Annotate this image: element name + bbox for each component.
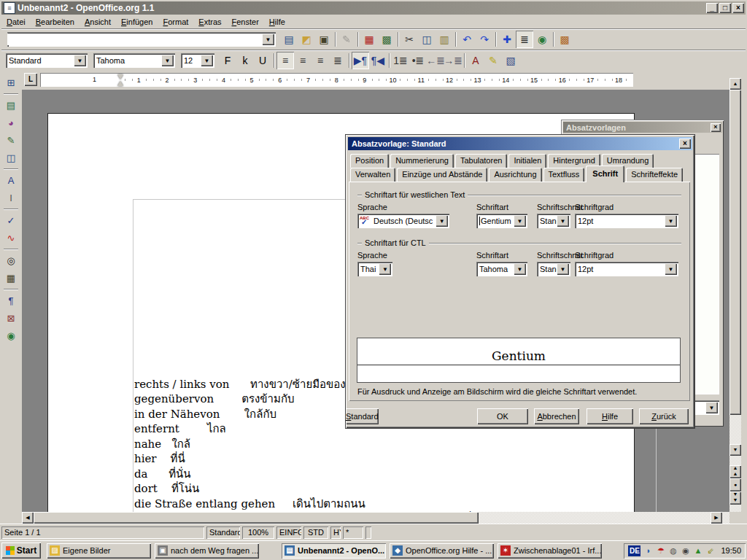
document-line[interactable]: die Straße entlang gehen เดินไปตามถนน xyxy=(134,497,528,512)
chevron-down-icon[interactable]: ▼ xyxy=(557,215,569,227)
minimize-button[interactable]: _ xyxy=(706,3,718,13)
mouse-icon[interactable]: ◉ xyxy=(680,545,691,556)
status-field[interactable]: EINFG xyxy=(276,526,301,539)
font-size-combo[interactable]: 12 ▼ xyxy=(181,53,214,68)
navigation-icon[interactable]: ● xyxy=(729,478,741,491)
toolbar-icon[interactable] xyxy=(453,31,458,47)
dialog-tab[interactable]: Ausrichtung xyxy=(489,168,541,182)
italic-button[interactable]: k xyxy=(236,52,254,69)
chevron-down-icon[interactable]: ▼ xyxy=(436,215,448,227)
task-nach-dem-weg-fragen[interactable]: ▣ nach dem Weg fragen ... xyxy=(155,543,259,559)
spellcheck-icon[interactable]: ✓ xyxy=(2,211,20,229)
navigator-icon[interactable]: ✚ xyxy=(498,31,516,48)
redo-icon[interactable]: ↷ xyxy=(476,31,493,48)
horizontal-ruler[interactable]: 1 123456789101112131415161718 xyxy=(40,73,633,87)
export-pdf-icon[interactable]: ▦ xyxy=(360,31,378,48)
volume-icon[interactable]: ◍ xyxy=(667,545,678,556)
indent-marker[interactable] xyxy=(117,74,124,86)
format-toolbar-icon[interactable] xyxy=(271,52,276,69)
main-toolbar-icon[interactable] xyxy=(3,166,19,171)
dialog-close-icon[interactable]: × xyxy=(679,139,691,149)
restore-button[interactable]: □ xyxy=(719,3,731,13)
chevron-down-icon[interactable]: ▼ xyxy=(262,34,274,45)
form-functions-icon[interactable]: ◫ xyxy=(2,149,20,166)
back-button[interactable]: Zurück xyxy=(639,408,689,424)
rtl-direction-button[interactable]: ¶◀ xyxy=(369,52,387,69)
increase-indent-button[interactable]: →≣ xyxy=(444,52,462,69)
cancel-button[interactable]: Abbrechen xyxy=(534,408,579,424)
document-line[interactable]: dort ที่โน่น xyxy=(134,481,528,497)
main-toolbar-icon[interactable] xyxy=(3,287,19,292)
status-field[interactable] xyxy=(365,526,371,539)
antivir-icon[interactable]: ☂ xyxy=(655,545,666,556)
field-combo[interactable]: 12pt ▼ xyxy=(575,262,678,276)
chevron-down-icon[interactable]: ▼ xyxy=(379,263,391,275)
open-folder-icon[interactable]: ◩ xyxy=(298,31,315,48)
chevron-down-icon[interactable]: ▼ xyxy=(665,215,677,227)
toolbar-icon[interactable] xyxy=(333,31,338,47)
online-layout-icon[interactable]: ◉ xyxy=(2,327,20,344)
autospellcheck-icon[interactable]: ∿ xyxy=(2,229,20,246)
toolbar-icon[interactable] xyxy=(395,31,400,47)
chevron-down-icon[interactable]: ▼ xyxy=(514,215,526,227)
new-document-icon[interactable]: ▤ xyxy=(280,31,298,48)
dialog-tab[interactable]: Nummerierung xyxy=(390,154,454,168)
insert-icon[interactable]: ▤ xyxy=(2,96,20,114)
stylist-title-bar[interactable]: Absatzvorlagen × xyxy=(563,122,722,133)
task-zwischenablage[interactable]: ✶ Zwischenablage01 - Irf... xyxy=(498,543,602,559)
main-toolbar-icon[interactable] xyxy=(3,91,19,96)
dialog-tab[interactable]: Schrift xyxy=(586,166,624,182)
background-color-button[interactable]: ▧ xyxy=(502,52,519,69)
menu-item[interactable]: Extras xyxy=(193,16,226,28)
status-field[interactable]: STD xyxy=(303,526,328,539)
tab-type-selector[interactable]: L xyxy=(24,73,37,86)
copy-icon[interactable]: ◫ xyxy=(418,31,436,48)
dialog-tab[interactable]: Position xyxy=(350,154,389,168)
cut-icon[interactable]: ✂ xyxy=(400,31,418,48)
stylist-icon[interactable]: ≣ xyxy=(516,31,533,48)
document-line[interactable]: nahe ใกล้ xyxy=(134,437,528,452)
direct-cursor-icon[interactable]: I xyxy=(2,189,20,206)
field-combo[interactable]: Tahoma ▼ xyxy=(476,262,527,276)
url-combo[interactable]: ▼ xyxy=(7,32,276,47)
format-toolbar-icon[interactable] xyxy=(387,52,392,69)
document-line[interactable]: hier ที่นี่ xyxy=(134,451,528,467)
scroll-left-icon[interactable]: ◀ xyxy=(22,512,34,524)
dialog-tab[interactable]: Schrifteffekte xyxy=(626,168,683,182)
nonprinting-characters-icon[interactable]: ¶ xyxy=(2,292,20,309)
dialog-tab[interactable]: Tabulatoren xyxy=(455,154,508,168)
draw-functions-icon[interactable]: ✎ xyxy=(2,131,20,149)
url-field[interactable] xyxy=(7,34,262,45)
align-center-button[interactable]: ≡ xyxy=(294,52,311,69)
align-justify-button[interactable]: ≣ xyxy=(329,52,347,69)
tablet-icon[interactable]: ⇙ xyxy=(705,545,716,556)
field-combo[interactable]: Thai ▼ xyxy=(357,262,392,276)
dialog-tab[interactable]: Einzüge und Abstände xyxy=(397,168,487,182)
graphics-onoff-icon[interactable]: ⊠ xyxy=(2,309,20,327)
field-combo[interactable]: Gentium ▼ xyxy=(476,214,527,228)
align-right-button[interactable]: ≡ xyxy=(311,52,329,69)
underline-button[interactable]: U xyxy=(254,52,271,69)
paste-icon[interactable]: ▥ xyxy=(436,31,453,48)
print-icon[interactable]: ▩ xyxy=(378,31,395,48)
align-left-button[interactable]: ≡ xyxy=(276,52,294,69)
horizontal-scrollbar[interactable]: ◀ ▶ xyxy=(22,512,729,524)
horizontal-scroll-thumb[interactable] xyxy=(34,512,479,524)
menu-item[interactable]: Ansicht xyxy=(80,16,116,28)
save-icon[interactable]: ▣ xyxy=(315,31,333,48)
field-combo[interactable]: 12pt ▼ xyxy=(575,214,678,228)
toolbar-icon[interactable] xyxy=(355,31,360,47)
chevron-down-icon[interactable]: ▼ xyxy=(705,402,718,413)
chevron-down-icon[interactable]: ▼ xyxy=(514,263,526,275)
menu-item[interactable]: Fenster xyxy=(227,16,264,28)
dialog-tab[interactable]: Textfluss xyxy=(543,168,585,182)
numbered-list-button[interactable]: 1≣ xyxy=(392,52,409,69)
next-page-icon[interactable]: ▼▼ xyxy=(729,491,741,505)
quickstarter-icon[interactable]: ◗ xyxy=(643,545,654,556)
field-combo[interactable]: Standard ▼ xyxy=(537,214,570,228)
gallery-icon[interactable]: ▩ xyxy=(556,31,573,48)
status-field[interactable]: HYP xyxy=(330,526,341,539)
bold-button[interactable]: F xyxy=(219,52,236,69)
menu-item[interactable]: Datei xyxy=(1,16,31,28)
data-sources-icon[interactable]: ▦ xyxy=(2,269,20,287)
